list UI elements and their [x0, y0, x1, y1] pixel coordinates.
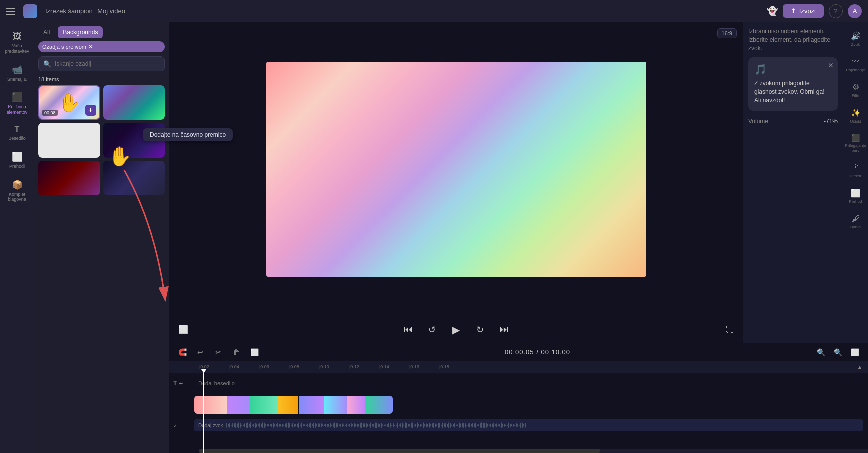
- tool-barva[interactable]: 🖌 Barva: [845, 210, 867, 234]
- video-clip[interactable]: [194, 396, 393, 414]
- svg-rect-87: [357, 424, 358, 427]
- tab-backgrounds[interactable]: Backgrounds: [58, 26, 103, 38]
- thumb-item-purple-teal[interactable]: [103, 85, 165, 120]
- svg-rect-162: [469, 423, 470, 428]
- svg-rect-153: [456, 424, 457, 426]
- audio-clip[interactable]: Dodaj zvok: [194, 419, 863, 431]
- svg-rect-178: [493, 423, 494, 428]
- play-button[interactable]: ▶: [448, 322, 464, 338]
- svg-rect-99: [375, 423, 376, 428]
- svg-rect-165: [474, 423, 475, 427]
- svg-rect-31: [273, 423, 274, 427]
- sound-card-close[interactable]: ✕: [828, 61, 834, 69]
- preview-video: [266, 62, 646, 277]
- search-input[interactable]: [38, 56, 165, 71]
- svg-rect-130: [421, 424, 422, 426]
- svg-rect-60: [316, 424, 317, 426]
- thumb-time-1: 00:08: [42, 110, 58, 116]
- thumb-item-blue-purple[interactable]: [103, 161, 165, 195]
- fullscreen-button[interactable]: ⛶: [726, 325, 734, 334]
- zoom-out[interactable]: 🔍: [814, 345, 828, 359]
- svg-rect-121: [408, 424, 409, 427]
- text-track-icon: T: [173, 380, 177, 387]
- timeline-toolbar: 🧲 ↩ ✂ 🗑 ⬜ 00:00.05 / 00:10.00 🔍 🔍 ⬜: [169, 343, 868, 361]
- zoom-in[interactable]: 🔍: [831, 345, 845, 359]
- svg-rect-190: [511, 424, 512, 427]
- avatar[interactable]: A: [848, 4, 862, 18]
- count-number: 18: [38, 76, 44, 82]
- forward-button[interactable]: ↻: [472, 322, 488, 338]
- tool-zvok[interactable]: 🔊 Zvok: [845, 27, 867, 51]
- svg-rect-197: [522, 422, 523, 428]
- pojemanje-label: Pojemanje: [846, 68, 865, 73]
- sidebar-item-prehodi[interactable]: ⬜ Prehodi: [3, 147, 31, 173]
- go-end-button[interactable]: ⏭: [496, 322, 512, 338]
- thumb-item-rainbow[interactable]: 00:08 + 🤚: [38, 85, 100, 120]
- svg-rect-174: [487, 424, 488, 427]
- svg-rect-35: [279, 424, 280, 427]
- tab-all[interactable]: All: [38, 26, 55, 38]
- delete-tool[interactable]: 🗑: [229, 345, 243, 359]
- go-start-button[interactable]: ⏮: [400, 322, 416, 338]
- export-tool[interactable]: ⬜: [247, 345, 261, 359]
- thumb-item-dark-purple[interactable]: [103, 123, 165, 157]
- svg-rect-134: [427, 424, 428, 427]
- svg-rect-154: [457, 424, 458, 426]
- svg-rect-68: [328, 424, 329, 427]
- svg-rect-152: [454, 423, 455, 428]
- zoom-fit[interactable]: ⬜: [848, 345, 862, 359]
- svg-rect-155: [459, 422, 460, 428]
- svg-rect-173: [486, 423, 487, 428]
- svg-rect-140: [436, 424, 437, 426]
- filter-close[interactable]: ✕: [88, 43, 93, 50]
- audio-track-add[interactable]: +: [178, 422, 182, 429]
- barva-label: Barva: [850, 225, 861, 230]
- timeline-scrollbar[interactable]: [199, 449, 868, 453]
- items-count: 18 items: [34, 75, 169, 85]
- sidebar-item-snemaj[interactable]: 📹 Snemaj &: [3, 60, 31, 86]
- expand-icon[interactable]: ▲: [857, 364, 863, 371]
- caption-button[interactable]: ⬜: [178, 325, 188, 334]
- sidebar-item-predstavitev[interactable]: 🖼 Vaša predstavitev: [3, 27, 31, 58]
- help-button[interactable]: ?: [829, 4, 843, 18]
- sidebar-item-besedilo[interactable]: T Besedilo: [3, 121, 31, 145]
- svg-rect-127: [417, 422, 418, 428]
- svg-rect-195: [519, 425, 520, 426]
- svg-rect-139: [435, 423, 436, 427]
- svg-rect-132: [424, 424, 425, 427]
- add-text-button[interactable]: Dodaj besedilo: [194, 380, 239, 386]
- video-track-body[interactable]: [194, 393, 868, 416]
- cut-tool[interactable]: ✂: [211, 345, 225, 359]
- svg-rect-125: [414, 425, 415, 426]
- svg-rect-14: [247, 422, 248, 428]
- tool-prehod[interactable]: ⬜ Prehod: [845, 184, 867, 208]
- tool-pojemanje[interactable]: 〰 Pojemanje: [845, 53, 867, 77]
- svg-rect-93: [366, 423, 367, 427]
- svg-rect-141: [438, 423, 439, 428]
- tool-prilagajanje[interactable]: ⬛ Prilagajanje barv: [845, 130, 867, 157]
- thumb-add-1[interactable]: +: [85, 105, 96, 116]
- svg-rect-38: [283, 425, 284, 426]
- thumb-item-purple-grad[interactable]: [38, 161, 100, 195]
- timeline-expand: ▲: [857, 362, 863, 371]
- svg-rect-194: [517, 424, 518, 427]
- text-track-add[interactable]: +: [179, 379, 183, 387]
- sidebar-item-knjiznica[interactable]: ⬛ Knjižnica elementov: [3, 88, 31, 119]
- tool-hitrost[interactable]: ⏱ Hitrost: [845, 159, 867, 183]
- svg-rect-148: [448, 422, 449, 428]
- svg-rect-122: [409, 424, 410, 427]
- svg-rect-175: [489, 424, 490, 426]
- rewind-button[interactable]: ↺: [424, 322, 440, 338]
- sidebar-item-komplet[interactable]: 📦 Komplet blagovne: [3, 175, 31, 207]
- menu-button[interactable]: [6, 5, 18, 17]
- tool-filtri[interactable]: ⚙ Filtri: [845, 78, 867, 102]
- svg-rect-77: [342, 423, 343, 427]
- export-button[interactable]: ⬆ Izvozi: [783, 4, 824, 18]
- undo-tool[interactable]: ↩: [193, 345, 207, 359]
- svg-rect-138: [433, 423, 434, 428]
- tool-ucinski[interactable]: ✨ Učinki: [845, 104, 867, 128]
- pojemanje-icon: 〰: [852, 57, 860, 66]
- magnet-tool[interactable]: 🧲: [175, 345, 189, 359]
- thumb-item-white[interactable]: [38, 123, 100, 157]
- scrollbar-thumb[interactable]: [199, 449, 600, 453]
